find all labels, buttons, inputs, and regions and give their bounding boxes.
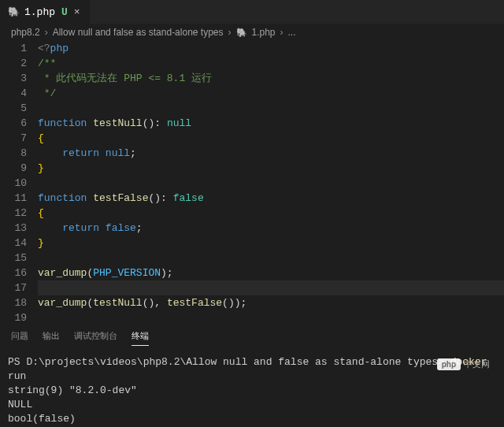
code-line[interactable]: [38, 176, 504, 191]
php-icon: 🐘: [236, 28, 247, 38]
line-number: 12: [0, 206, 27, 221]
line-number: 3: [0, 71, 27, 86]
code-area[interactable]: <?php/** * 此代码无法在 PHP <= 8.1 运行 */functi…: [38, 41, 504, 325]
code-line[interactable]: {: [38, 131, 504, 146]
line-number: 14: [0, 236, 27, 251]
php-icon: 🐘: [8, 6, 20, 18]
line-number: 1: [0, 41, 27, 56]
panel-tab-1[interactable]: 输出: [43, 330, 60, 346]
panel-tab-2[interactable]: 调试控制台: [74, 330, 117, 346]
code-editor[interactable]: 12345678910111213141516171819 <?php/** *…: [0, 41, 504, 325]
terminal-line: bool(false): [8, 412, 496, 426]
file-tab[interactable]: 🐘 1.php U ×: [0, 0, 91, 24]
panel-tab-0[interactable]: 问题: [11, 330, 28, 346]
breadcrumb-root: php8.2: [11, 27, 40, 38]
code-line[interactable]: }: [38, 161, 504, 176]
terminal[interactable]: PS D:\projects\videos\php8.2\Allow null …: [0, 349, 504, 427]
line-number: 15: [0, 251, 27, 265]
line-number: 4: [0, 86, 27, 101]
line-number: 5: [0, 101, 27, 116]
breadcrumb-folder: Allow null and false as stand-alone type…: [53, 27, 224, 38]
line-number: 19: [0, 310, 27, 325]
breadcrumb-file: 1.php: [252, 27, 276, 38]
terminal-line: NULL: [8, 398, 496, 412]
terminal-line: PS D:\projects\videos\php8.2\Allow null …: [8, 355, 496, 384]
line-number: 8: [0, 146, 27, 161]
tab-git-status: U: [61, 6, 68, 18]
breadcrumb-tail: ...: [288, 27, 296, 38]
panel-tab-3[interactable]: 终端: [132, 330, 149, 346]
tab-filename: 1.php: [24, 6, 55, 18]
line-number: 7: [0, 131, 27, 146]
tab-bar: 🐘 1.php U ×: [0, 0, 504, 24]
line-number: 10: [0, 176, 27, 191]
chevron-right-icon: ›: [45, 27, 48, 38]
code-line[interactable]: }: [38, 236, 504, 251]
line-number: 11: [0, 191, 27, 206]
line-number: 17: [0, 280, 27, 295]
code-line[interactable]: var_dump(testNull(), testFalse());: [38, 295, 504, 310]
code-line[interactable]: [38, 101, 504, 116]
watermark-text: 中文网: [464, 358, 490, 370]
code-line[interactable]: {: [38, 206, 504, 221]
code-line[interactable]: <?php: [38, 41, 504, 56]
chevron-right-icon: ›: [228, 27, 232, 38]
code-line[interactable]: var_dump(PHP_VERSION);: [38, 265, 504, 280]
panel-tabs: 问题输出调试控制台终端: [0, 325, 504, 349]
code-line[interactable]: return null;: [38, 146, 504, 161]
chevron-right-icon: ›: [280, 27, 284, 38]
line-number: 6: [0, 116, 27, 131]
line-number: 9: [0, 161, 27, 176]
code-line[interactable]: function testNull(): null: [38, 116, 504, 131]
code-line[interactable]: */: [38, 86, 504, 101]
terminal-line: string(9) "8.2.0-dev": [8, 384, 496, 398]
line-number: 18: [0, 295, 27, 310]
breadcrumb[interactable]: php8.2 › Allow null and false as stand-a…: [0, 24, 504, 41]
code-line[interactable]: return false;: [38, 221, 504, 236]
code-line[interactable]: [38, 280, 504, 295]
line-number: 13: [0, 221, 27, 236]
code-line[interactable]: [38, 251, 504, 265]
watermark-badge: php: [437, 358, 461, 370]
close-icon[interactable]: ×: [72, 6, 82, 18]
line-gutter: 12345678910111213141516171819: [0, 41, 38, 325]
code-line[interactable]: * 此代码无法在 PHP <= 8.1 运行: [38, 71, 504, 86]
code-line[interactable]: [38, 310, 504, 325]
watermark: php 中文网: [437, 358, 490, 370]
line-number: 2: [0, 56, 27, 71]
line-number: 16: [0, 265, 27, 280]
code-line[interactable]: function testFalse(): false: [38, 191, 504, 206]
code-line[interactable]: /**: [38, 56, 504, 71]
